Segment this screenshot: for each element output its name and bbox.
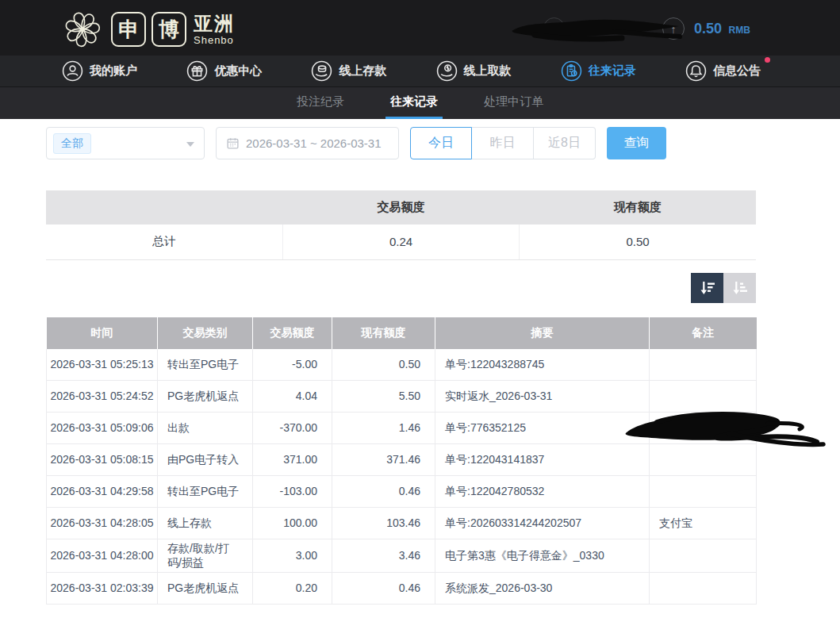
logo-char-box: 博 (152, 12, 186, 47)
balance-currency: RMB (729, 25, 750, 36)
table-row: 2026-03-31 05:24:52 PG老虎机返点 4.04 5.50 实时… (47, 381, 757, 413)
records-icon (561, 60, 582, 82)
cell-amount: -103.00 (253, 476, 332, 508)
cell-amount: 0.20 (253, 573, 332, 605)
site-header: 申 博 亚洲 Shenbo ↑ 0.50 RMB (0, 0, 840, 56)
flower-logo-icon (59, 6, 105, 52)
cell-summary: 电子第3惠《电子得意金》_0330 (435, 539, 650, 573)
nav-label: 往来记录 (589, 63, 636, 79)
cell-summary: 系统派发_2026-03-30 (435, 573, 650, 605)
sort-descending-button[interactable] (691, 273, 723, 303)
tab-transaction-records[interactable]: 往来记录 (385, 87, 443, 119)
selected-type-chip[interactable]: 全部 (53, 133, 91, 154)
cell-note (650, 413, 757, 444)
cell-amount: -5.00 (253, 349, 332, 381)
summary-header-empty (46, 190, 282, 225)
search-button[interactable]: 查询 (607, 127, 666, 159)
redaction-scribble-username (511, 14, 689, 46)
col-header-type: 交易类别 (158, 317, 253, 349)
nav-label: 信息公告 (713, 63, 761, 79)
summary-transaction-total: 0.24 (282, 225, 519, 259)
balance-amount: 0.50 (694, 21, 722, 36)
cell-time: 2026-03-31 05:08:15 (47, 444, 158, 476)
cell-balance: 0.50 (332, 349, 435, 381)
filter-bar: 全部 2026-03-31 ~ 2026-03-31 今日 昨日 近8日 查询 (46, 127, 756, 159)
nav-label: 我的账户 (90, 63, 137, 79)
nav-item-announcements[interactable]: 信息公告 (685, 60, 761, 82)
content-area: 全部 2026-03-31 ~ 2026-03-31 今日 昨日 近8日 查询 (46, 127, 756, 605)
cell-balance: 1.46 (332, 413, 435, 444)
cell-time: 2026-03-31 05:24:52 (47, 381, 158, 413)
cell-balance: 0.46 (332, 573, 435, 605)
sort-bar (46, 273, 756, 303)
cell-time: 2026-03-31 04:28:05 (47, 508, 158, 539)
cell-time: 2026-03-31 05:09:06 (47, 413, 158, 444)
sort-ascending-button[interactable] (723, 273, 756, 303)
cell-type: 转出至PG电子 (158, 476, 253, 508)
cell-note (650, 381, 757, 413)
cell-summary: 单号:122042780532 (435, 476, 650, 508)
nav-item-promotions[interactable]: 优惠中心 (186, 60, 262, 82)
type-select[interactable]: 全部 (46, 127, 205, 159)
summary-total-label: 总计 (46, 225, 282, 259)
site-logo[interactable]: 申 博 亚洲 Shenbo (59, 6, 235, 52)
nav-item-online-withdraw[interactable]: 线上取款 (436, 60, 512, 82)
sort-ascending-icon (731, 279, 749, 297)
col-header-summary: 摘要 (435, 317, 650, 349)
tab-betting-records[interactable]: 投注纪录 (292, 87, 349, 119)
cell-note (650, 349, 757, 381)
cell-amount: 4.04 (253, 381, 332, 413)
cell-type: 由PG电子转入 (158, 444, 253, 476)
col-header-time: 时间 (47, 317, 158, 349)
yesterday-button[interactable]: 昨日 (472, 127, 534, 159)
transaction-records-page: 申 博 亚洲 Shenbo ↑ 0.50 RMB (0, 0, 840, 618)
cell-type: 出款 (158, 413, 253, 444)
transactions-table: 时间 交易类别 交易额度 现有额度 摘要 备注 2026-03-31 05:25… (46, 317, 757, 605)
quick-date-buttons: 今日 昨日 近8日 (410, 127, 596, 159)
cell-amount: 100.00 (253, 508, 332, 539)
deposit-icon (311, 60, 332, 82)
nav-label: 优惠中心 (214, 63, 262, 79)
user-icon (62, 60, 83, 82)
logo-subtitle-text: Shenbo (194, 35, 235, 45)
table-row: 2026-03-31 04:28:05 线上存款 100.00 103.46 单… (47, 508, 757, 539)
cell-amount: 3.00 (253, 539, 332, 573)
nav-label: 线上存款 (339, 63, 386, 79)
col-header-balance: 现有额度 (332, 317, 435, 349)
tab-pending-orders[interactable]: 处理中订单 (479, 87, 548, 119)
table-row: 2026-03-31 05:25:13 转出至PG电子 -5.00 0.50 单… (47, 349, 757, 381)
last-8-days-button[interactable]: 近8日 (534, 127, 596, 159)
table-row: 2026-03-31 05:08:15 由PG电子转入 371.00 371.4… (47, 444, 757, 476)
gift-icon (186, 60, 208, 82)
cell-time: 2026-03-31 04:29:58 (47, 476, 158, 508)
cell-note (650, 476, 757, 508)
calendar-icon (226, 136, 240, 150)
today-button[interactable]: 今日 (410, 127, 472, 159)
cell-balance: 103.46 (332, 508, 435, 539)
sort-descending-icon (699, 279, 716, 297)
cell-summary: 单号:122043141837 (435, 444, 650, 476)
notification-badge (765, 57, 770, 63)
cell-time: 2026-03-31 05:25:13 (47, 349, 158, 381)
cell-summary: 单号:122043288745 (435, 349, 650, 381)
cell-amount: -370.00 (253, 413, 332, 444)
table-row: 2026-03-31 04:29:58 转出至PG电子 -103.00 0.46… (47, 476, 757, 508)
date-range-value: 2026-03-31 ~ 2026-03-31 (246, 136, 382, 150)
table-row: 2026-03-31 04:28:00 存款/取款/打码/损益 3.00 3.4… (47, 539, 757, 573)
cell-note (650, 573, 757, 605)
nav-item-online-deposit[interactable]: 线上存款 (311, 60, 386, 82)
chevron-down-icon (186, 142, 194, 147)
cell-amount: 371.00 (253, 444, 332, 476)
table-header-row: 时间 交易类别 交易额度 现有额度 摘要 备注 (47, 317, 757, 349)
account-balance: 0.50 RMB (694, 21, 750, 37)
cell-note (650, 539, 757, 573)
cell-type: PG老虎机返点 (158, 381, 253, 413)
nav-item-my-account[interactable]: 我的账户 (62, 60, 137, 82)
table-row: 2026-03-31 02:03:39 PG老虎机返点 0.20 0.46 系统… (47, 573, 757, 605)
cell-type: 线上存款 (158, 508, 253, 539)
nav-item-transaction-records[interactable]: 往来记录 (561, 60, 636, 82)
sub-nav: 投注纪录 往来记录 处理中订单 (0, 87, 840, 119)
logo-char-box: 申 (111, 12, 146, 47)
cell-balance: 5.50 (332, 381, 435, 413)
date-range-picker[interactable]: 2026-03-31 ~ 2026-03-31 (216, 127, 399, 159)
